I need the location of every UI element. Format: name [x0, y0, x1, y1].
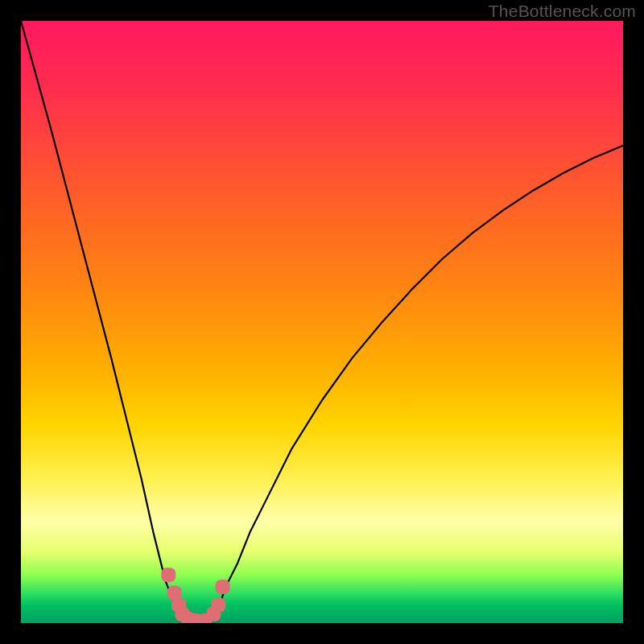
bottleneck-curve-chart [21, 21, 623, 623]
curve-markers [161, 568, 229, 623]
curve-marker [161, 568, 175, 582]
bottleneck-curve [21, 21, 623, 623]
watermark-text: TheBottleneck.com [489, 2, 636, 21]
curve-marker [211, 598, 225, 613]
curve-marker [216, 580, 230, 594]
chart-frame [21, 21, 623, 623]
